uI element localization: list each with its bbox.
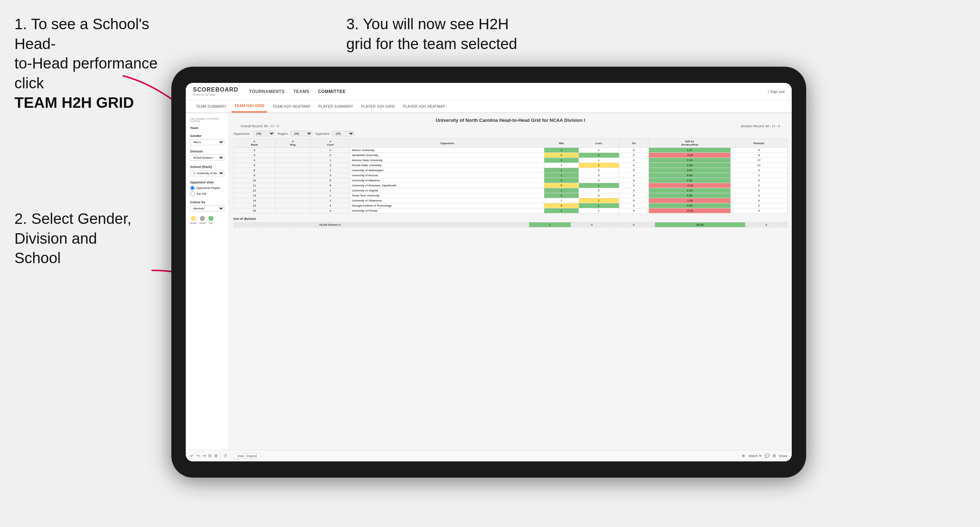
cell-rounds: 8 bbox=[731, 153, 788, 158]
main-content: Last Updated: 27/03/2024 16:55:38 Team G… bbox=[186, 113, 792, 450]
sub-nav-player-summary[interactable]: PLAYER SUMMARY bbox=[316, 100, 356, 113]
legend-level-label: Level bbox=[199, 222, 205, 224]
cell-conf: 2 bbox=[310, 198, 350, 203]
cell-diff: 2.61 bbox=[649, 178, 731, 183]
forward-icon[interactable]: ⇥ bbox=[202, 454, 205, 458]
share-button[interactable]: Share bbox=[779, 454, 788, 458]
cell-rounds: 3 bbox=[731, 188, 788, 193]
comment-icon[interactable]: 💬 bbox=[765, 454, 770, 458]
sub-nav: TEAM SUMMARY TEAM H2H GRID TEAM H2H HEAT… bbox=[186, 100, 792, 113]
radio-top-100[interactable]: Top 100 bbox=[190, 191, 224, 196]
toolbar-divider-2 bbox=[231, 453, 231, 459]
redo-icon[interactable]: ↪ bbox=[196, 454, 199, 458]
cell-opponent: Arizona State University bbox=[350, 158, 544, 163]
ood-conf bbox=[290, 222, 318, 227]
division-label: Division bbox=[190, 149, 224, 153]
cell-conf: 1 bbox=[310, 148, 350, 153]
cell-loss: 1 bbox=[579, 208, 619, 213]
cell-loss: 0 bbox=[579, 188, 619, 193]
ood-rounds: 3 bbox=[745, 222, 787, 227]
out-of-division-label: Out of division bbox=[233, 217, 788, 221]
cell-tie: 0 bbox=[619, 148, 649, 153]
division-select[interactable]: NCAA Division I bbox=[190, 155, 224, 161]
undo-icon[interactable]: ↩ bbox=[190, 454, 193, 458]
filter-opponent-select[interactable]: (All) bbox=[332, 131, 354, 136]
sub-nav-team-h2h-heatmap[interactable]: TEAM H2H HEATMAP bbox=[269, 100, 313, 113]
nav-bar: SCOREBOARD Powered by clippi TOURNAMENTS… bbox=[186, 83, 792, 100]
cell-loss: 2 bbox=[579, 163, 619, 168]
sub-nav-team-summary[interactable]: TEAM SUMMARY bbox=[193, 100, 229, 113]
cell-rounds: 9 bbox=[731, 208, 788, 213]
cell-rank: 6 bbox=[234, 163, 275, 168]
gender-select[interactable]: Men's bbox=[190, 139, 224, 145]
legend-dot-down bbox=[191, 216, 196, 221]
cell-rounds: 8 bbox=[731, 178, 788, 183]
cell-rank: 16 bbox=[234, 208, 275, 213]
cell-opponent: University of Florida bbox=[350, 208, 544, 213]
cell-conf: 3 bbox=[310, 208, 350, 213]
col-win: Win bbox=[544, 139, 579, 148]
opponent-view-section: Opponent View Opponents Played Top 100 bbox=[190, 181, 224, 196]
cell-opponent: University of Oklahoma bbox=[350, 198, 544, 203]
nav-tournaments[interactable]: TOURNAMENTS bbox=[249, 87, 285, 95]
cell-diff: 1.83 bbox=[649, 163, 731, 168]
cell-reg bbox=[275, 153, 310, 158]
copy-icon[interactable]: ⧉ bbox=[208, 454, 212, 458]
filter-region-label: Region bbox=[278, 132, 288, 135]
cell-tie: 0 bbox=[619, 203, 649, 208]
logo-area: SCOREBOARD Powered by clippi bbox=[193, 87, 239, 96]
radio-opponents-played[interactable]: Opponents Played bbox=[190, 186, 224, 190]
nav-committee[interactable]: COMMITTEE bbox=[318, 87, 346, 95]
cell-reg bbox=[275, 173, 310, 178]
sub-nav-player-h2h-grid[interactable]: PLAYER H2H GRID bbox=[358, 100, 398, 113]
cell-tie: 0 bbox=[619, 158, 649, 163]
cell-diff: 4.50 bbox=[649, 203, 731, 208]
nav-teams[interactable]: TEAMS bbox=[293, 87, 309, 95]
annotation-2: 2. Select Gender, Division and School bbox=[14, 209, 132, 268]
cell-reg bbox=[275, 178, 310, 183]
cell-tie: 0 bbox=[619, 168, 649, 173]
cell-rounds: 2 bbox=[731, 173, 788, 178]
cell-reg bbox=[275, 148, 310, 153]
annotation-1-line2: to-Head performance click bbox=[14, 55, 158, 92]
paste-icon[interactable]: ⊞ bbox=[214, 454, 218, 458]
cell-win: 1 bbox=[544, 163, 579, 168]
cell-rounds: 3 bbox=[731, 168, 788, 173]
school-select[interactable]: 1. University of Nort... bbox=[190, 170, 224, 176]
cell-rank: 8 bbox=[234, 168, 275, 173]
cell-opponent: University of Arizona bbox=[350, 173, 544, 178]
colour-by-select[interactable]: Win/loss bbox=[190, 205, 224, 211]
logo-text: SCOREBOARD bbox=[193, 87, 239, 93]
col-rank: #Rank bbox=[234, 139, 275, 148]
legend-down-label: Down bbox=[190, 222, 197, 224]
cell-conf: 2 bbox=[310, 153, 350, 158]
col-diff: Diff AvStrokes/Rnd bbox=[649, 139, 731, 148]
table-row: 12 1 University of Virginia 1 0 0 2.33 3 bbox=[234, 188, 788, 193]
sign-out-button[interactable]: | Sign out bbox=[768, 89, 784, 94]
cell-loss: 0 bbox=[579, 168, 619, 173]
clock-icon[interactable]: ⏱ bbox=[224, 454, 228, 458]
cell-win: 1 bbox=[544, 168, 579, 173]
ood-win: 1 bbox=[529, 222, 571, 227]
cell-conf: 4 bbox=[310, 203, 350, 208]
cell-rank: 4 bbox=[234, 158, 275, 163]
sub-nav-player-h2h-heatmap[interactable]: PLAYER H2H HEATMAP bbox=[400, 100, 448, 113]
grid-icon[interactable]: ⊞ bbox=[773, 454, 776, 458]
table-row: 10 5 University of Alabama 3 0 0 2.61 8 bbox=[234, 178, 788, 183]
sub-nav-team-h2h-grid[interactable]: TEAM H2H GRID bbox=[232, 100, 267, 113]
cell-opponent: Auburn University bbox=[350, 148, 544, 153]
view-original-button[interactable]: View: Original bbox=[234, 453, 260, 459]
cell-win: 3 bbox=[544, 178, 579, 183]
cell-rank: 2 bbox=[234, 148, 275, 153]
data-table: #Rank #Reg #Conf Opponent Win Loss Tie D… bbox=[233, 138, 788, 213]
filter-region-select[interactable]: (All) bbox=[291, 131, 312, 136]
watch-button[interactable]: Watch ▼ bbox=[748, 454, 762, 458]
team-label: Team bbox=[190, 126, 224, 130]
cell-tie: 0 bbox=[619, 153, 649, 158]
cell-opponent: University of Arkansas, Fayetteville bbox=[350, 183, 544, 188]
cell-rank: 13 bbox=[234, 193, 275, 198]
cell-rounds: 9 bbox=[731, 203, 788, 208]
filter-opponents-select[interactable]: (All) bbox=[253, 131, 275, 136]
annotation-3-line2: grid for the team selected bbox=[346, 35, 517, 52]
cell-diff: 5.56 bbox=[649, 193, 731, 198]
